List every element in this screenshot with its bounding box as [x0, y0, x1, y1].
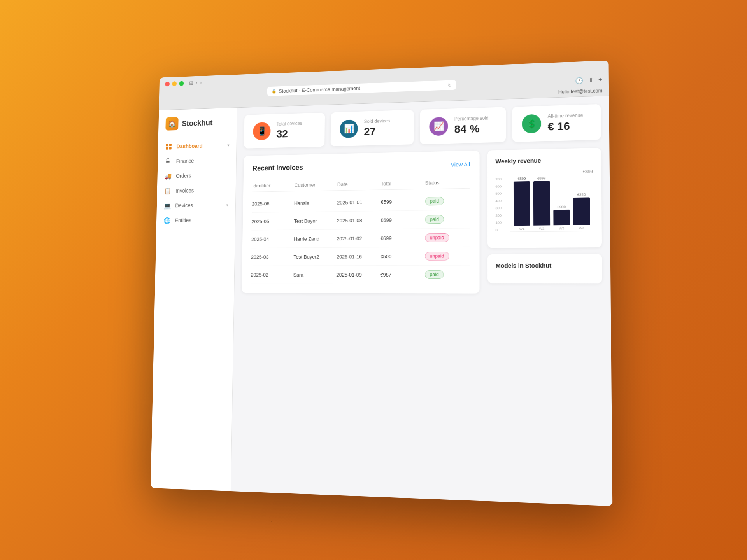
sidebar-item-orders[interactable]: 🚚 Orders: [157, 167, 236, 184]
status-badge: paid: [425, 270, 444, 279]
invoices-header: Recent invoices View All: [253, 160, 470, 173]
bar-rect: [514, 181, 530, 226]
status-badge: unpaid: [425, 252, 449, 260]
table-row[interactable]: 2025-05 Test Buyer 2025-01-08 €699 paid: [251, 210, 470, 231]
models-card: Models in Stockhut: [487, 254, 602, 284]
chart-bar-W3: €200 W3: [553, 176, 570, 231]
invoice-id: 2025-04: [251, 236, 294, 242]
sidebar-item-devices[interactable]: 💻 Devices ▾: [157, 197, 236, 213]
invoice-date: 2025-01-01: [337, 199, 381, 205]
invoice-status: paid: [425, 270, 470, 279]
chevron-down-icon-devices: ▾: [226, 203, 228, 207]
col-customer: Customer: [294, 182, 337, 188]
y-label-300: 300: [496, 206, 509, 210]
invoice-status: paid: [425, 215, 470, 224]
sidebar-item-label-orders: Orders: [176, 173, 191, 179]
back-icon[interactable]: ‹: [196, 80, 198, 86]
invoice-total: €699: [381, 235, 425, 241]
invoices-title: Recent invoices: [253, 164, 303, 173]
main-content: 📱 Total devices 32 📊 Sold devices 27: [231, 96, 613, 506]
invoice-customer: Harrie Zand: [294, 236, 337, 242]
entities-icon: 🌐: [163, 217, 171, 224]
status-badge: paid: [425, 197, 444, 206]
table-row[interactable]: 2025-04 Harrie Zand 2025-01-02 €699 unpa…: [251, 228, 470, 248]
invoice-total: €987: [380, 271, 425, 277]
invoices-section: Recent invoices View All Identifier Cust…: [242, 150, 479, 294]
bar-x-label: W3: [559, 226, 564, 230]
chart-max-label: €699: [496, 169, 593, 176]
app-layout: 🏠 Stockhut Dashboard ▾ 🏛 Finance 🚚 Order…: [151, 96, 612, 506]
table-row[interactable]: 2025-02 Sara 2025-01-09 €987 paid: [251, 265, 470, 284]
close-button[interactable]: [165, 81, 170, 86]
models-title: Models in Stockhut: [496, 262, 594, 269]
browser-window: ⊞ ‹ › 🔒 Stockhut - E-Commerce management…: [151, 61, 612, 506]
total-devices-icon: 📱: [253, 122, 271, 140]
history-icon[interactable]: 🕐: [575, 77, 583, 84]
bar-value-label: €200: [558, 205, 566, 209]
orders-icon: 🚚: [165, 172, 172, 180]
sidebar-item-dashboard[interactable]: Dashboard ▾: [158, 138, 237, 154]
total-devices-label: Total devices: [277, 121, 302, 127]
invoice-customer: Test Buyer2: [293, 254, 337, 259]
view-all-link[interactable]: View All: [451, 161, 470, 168]
table-header: Identifier Customer Date Total Status: [252, 176, 470, 192]
invoice-date: 2025-01-08: [337, 217, 381, 223]
total-devices-value: 32: [276, 128, 302, 140]
bar-x-label: W1: [519, 227, 524, 231]
maximize-button[interactable]: [179, 81, 184, 86]
sidebar-toggle-icon[interactable]: ⊞: [189, 80, 193, 86]
revenue-value: € 16: [548, 120, 583, 133]
chart-bar-W4: €350 W4: [573, 175, 590, 230]
share-icon[interactable]: ⬆: [588, 76, 594, 84]
user-greeting: Hello test@test.com: [558, 88, 602, 95]
invoices-icon: 📋: [164, 187, 172, 194]
invoice-status: unpaid: [425, 252, 470, 261]
app-name: Stockhut: [182, 118, 212, 128]
invoice-customer: Sara: [293, 272, 337, 278]
invoice-customer: Test Buyer: [294, 217, 337, 224]
invoice-id: 2025-06: [252, 200, 294, 206]
invoice-total: €599: [381, 198, 425, 205]
chart-bar-W1: €599 W1: [514, 177, 530, 231]
bar-value-label: €599: [518, 177, 526, 180]
finance-icon: 🏛: [165, 158, 172, 165]
sold-devices-value: 27: [364, 125, 390, 138]
invoice-customer: Hansie: [294, 200, 337, 206]
invoice-total: €699: [381, 217, 425, 223]
minimize-button[interactable]: [172, 81, 177, 86]
invoice-rows-container: 2025-06 Hansie 2025-01-01 €599 paid 2025…: [251, 192, 470, 284]
lock-icon: 🔒: [272, 89, 277, 94]
y-label-100: 100: [496, 221, 509, 225]
status-badge: paid: [425, 215, 444, 224]
forward-icon[interactable]: ›: [200, 80, 202, 86]
revenue-icon: 💲: [522, 114, 541, 134]
invoice-status: unpaid: [425, 233, 470, 242]
sidebar-item-label-devices: Devices: [175, 202, 193, 208]
weekly-revenue-card: Weekly revenue €699 700 600 500 400: [487, 148, 602, 248]
total-devices-info: Total devices 32: [276, 121, 302, 140]
y-label-500: 500: [496, 191, 509, 196]
sidebar-item-entities[interactable]: 🌐 Entities: [156, 212, 235, 228]
new-tab-icon[interactable]: +: [598, 76, 602, 84]
y-label-700: 700: [496, 177, 509, 181]
percentage-sold-value: 84 %: [454, 122, 489, 136]
status-badge: unpaid: [425, 233, 449, 242]
logo-area: 🏠 Stockhut: [158, 115, 237, 140]
y-label-400: 400: [496, 199, 509, 203]
table-row[interactable]: 2025-03 Test Buyer2 2025-01-16 €500 unpa…: [251, 247, 470, 266]
sidebar-item-finance[interactable]: 🏛 Finance: [158, 152, 236, 169]
reload-icon[interactable]: ↻: [448, 82, 452, 88]
col-total: Total: [381, 180, 425, 187]
sold-devices-info: Sold devices 27: [364, 118, 390, 138]
stat-card-total-devices: 📱 Total devices 32: [244, 112, 325, 148]
bar-rect: [553, 210, 570, 226]
invoices-table: Identifier Customer Date Total Status 20…: [251, 176, 470, 284]
sidebar-item-invoices[interactable]: 📋 Invoices: [157, 182, 236, 199]
sold-devices-icon: 📊: [340, 119, 358, 138]
table-row[interactable]: 2025-06 Hansie 2025-01-01 €599 paid: [252, 192, 470, 213]
sold-devices-label: Sold devices: [364, 118, 390, 124]
sidebar-item-label-entities: Entities: [175, 217, 191, 223]
y-label-200: 200: [496, 214, 509, 218]
stat-card-sold-devices: 📊 Sold devices 27: [331, 110, 414, 146]
revenue-label: All-time revenue: [548, 112, 583, 119]
